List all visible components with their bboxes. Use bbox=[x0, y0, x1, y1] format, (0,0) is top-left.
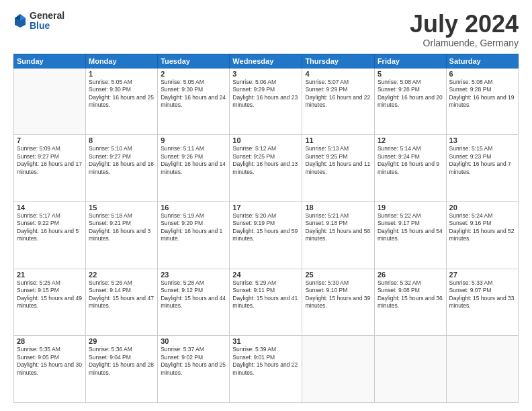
day-number: 7 bbox=[17, 136, 83, 144]
day-number: 29 bbox=[89, 337, 154, 345]
table-row: 18Sunrise: 5:21 AMSunset: 9:18 PMDayligh… bbox=[302, 201, 375, 269]
day-number: 15 bbox=[89, 203, 154, 212]
calendar-week-row: 14Sunrise: 5:17 AMSunset: 9:22 PMDayligh… bbox=[14, 201, 519, 269]
day-detail: Sunrise: 5:28 AMSunset: 9:12 PMDaylight:… bbox=[161, 279, 226, 310]
day-detail: Sunrise: 5:24 AMSunset: 9:16 PMDaylight:… bbox=[449, 212, 515, 243]
day-detail: Sunrise: 5:30 AMSunset: 9:10 PMDaylight:… bbox=[305, 279, 371, 310]
day-number: 3 bbox=[232, 70, 299, 78]
day-number: 31 bbox=[232, 337, 299, 345]
day-detail: Sunrise: 5:33 AMSunset: 9:07 PMDaylight:… bbox=[449, 279, 515, 310]
table-row: 21Sunrise: 5:25 AMSunset: 9:15 PMDayligh… bbox=[14, 269, 86, 336]
day-detail: Sunrise: 5:36 AMSunset: 9:04 PMDaylight:… bbox=[89, 346, 154, 377]
header-monday: Monday bbox=[86, 54, 158, 68]
table-row: 22Sunrise: 5:26 AMSunset: 9:14 PMDayligh… bbox=[86, 269, 158, 336]
day-detail: Sunrise: 5:06 AMSunset: 9:29 PMDaylight:… bbox=[232, 79, 299, 109]
day-number: 20 bbox=[449, 203, 515, 212]
header-saturday: Saturday bbox=[446, 54, 518, 68]
day-detail: Sunrise: 5:05 AMSunset: 9:30 PMDaylight:… bbox=[161, 79, 226, 109]
day-detail: Sunrise: 5:25 AMSunset: 9:15 PMDaylight:… bbox=[17, 279, 83, 310]
table-row: 9Sunrise: 5:11 AMSunset: 9:26 PMDaylight… bbox=[158, 135, 230, 202]
day-number: 13 bbox=[449, 136, 515, 144]
day-detail: Sunrise: 5:19 AMSunset: 9:20 PMDaylight:… bbox=[161, 212, 226, 243]
day-number: 27 bbox=[449, 271, 515, 279]
header-friday: Friday bbox=[374, 54, 446, 68]
day-detail: Sunrise: 5:18 AMSunset: 9:21 PMDaylight:… bbox=[89, 212, 154, 243]
table-row: 1Sunrise: 5:05 AMSunset: 9:30 PMDaylight… bbox=[86, 68, 158, 135]
calendar-table: Sunday Monday Tuesday Wednesday Thursday… bbox=[13, 54, 519, 403]
location-subtitle: Orlamuende, Germany bbox=[410, 38, 519, 48]
day-number: 16 bbox=[161, 203, 226, 212]
logo-blue: Blue bbox=[30, 21, 64, 31]
table-row: 23Sunrise: 5:28 AMSunset: 9:12 PMDayligh… bbox=[158, 269, 230, 336]
day-number: 22 bbox=[89, 271, 154, 279]
day-number: 10 bbox=[232, 136, 299, 144]
day-detail: Sunrise: 5:26 AMSunset: 9:14 PMDaylight:… bbox=[89, 279, 154, 310]
day-number: 14 bbox=[17, 203, 83, 212]
day-number: 1 bbox=[89, 70, 154, 78]
day-number: 25 bbox=[305, 271, 371, 279]
month-title: July 2024 bbox=[410, 11, 519, 38]
day-detail: Sunrise: 5:35 AMSunset: 9:05 PMDaylight:… bbox=[17, 346, 83, 377]
calendar-header-row: Sunday Monday Tuesday Wednesday Thursday… bbox=[14, 54, 519, 68]
day-number: 28 bbox=[17, 337, 83, 345]
day-detail: Sunrise: 5:32 AMSunset: 9:08 PMDaylight:… bbox=[378, 279, 443, 310]
table-row: 4Sunrise: 5:07 AMSunset: 9:29 PMDaylight… bbox=[302, 68, 375, 135]
day-detail: Sunrise: 5:37 AMSunset: 9:02 PMDaylight:… bbox=[161, 346, 226, 377]
table-row: 8Sunrise: 5:10 AMSunset: 9:27 PMDaylight… bbox=[86, 135, 158, 202]
table-row bbox=[374, 336, 446, 403]
table-row: 16Sunrise: 5:19 AMSunset: 9:20 PMDayligh… bbox=[158, 201, 230, 269]
day-number: 18 bbox=[305, 203, 371, 212]
day-detail: Sunrise: 5:39 AMSunset: 9:01 PMDaylight:… bbox=[232, 346, 299, 377]
header: General Blue July 2024 Orlamuende, Germa… bbox=[13, 11, 519, 48]
header-thursday: Thursday bbox=[302, 54, 375, 68]
day-number: 9 bbox=[161, 136, 226, 144]
table-row: 27Sunrise: 5:33 AMSunset: 9:07 PMDayligh… bbox=[446, 269, 518, 336]
day-detail: Sunrise: 5:29 AMSunset: 9:11 PMDaylight:… bbox=[232, 279, 299, 310]
day-detail: Sunrise: 5:09 AMSunset: 9:27 PMDaylight:… bbox=[17, 145, 83, 176]
calendar-week-row: 28Sunrise: 5:35 AMSunset: 9:05 PMDayligh… bbox=[14, 336, 519, 403]
table-row: 2Sunrise: 5:05 AMSunset: 9:30 PMDaylight… bbox=[158, 68, 230, 135]
day-detail: Sunrise: 5:12 AMSunset: 9:25 PMDaylight:… bbox=[232, 145, 299, 176]
table-row: 20Sunrise: 5:24 AMSunset: 9:16 PMDayligh… bbox=[446, 201, 518, 269]
table-row: 28Sunrise: 5:35 AMSunset: 9:05 PMDayligh… bbox=[14, 336, 86, 403]
day-detail: Sunrise: 5:10 AMSunset: 9:27 PMDaylight:… bbox=[89, 145, 154, 176]
table-row bbox=[302, 336, 375, 403]
day-number: 30 bbox=[161, 337, 226, 345]
day-number: 12 bbox=[378, 136, 443, 144]
day-number: 23 bbox=[161, 271, 226, 279]
day-detail: Sunrise: 5:05 AMSunset: 9:30 PMDaylight:… bbox=[89, 79, 154, 109]
day-number: 8 bbox=[89, 136, 154, 144]
day-detail: Sunrise: 5:07 AMSunset: 9:29 PMDaylight:… bbox=[305, 79, 371, 109]
day-number: 5 bbox=[378, 70, 443, 78]
day-detail: Sunrise: 5:22 AMSunset: 9:17 PMDaylight:… bbox=[378, 212, 443, 243]
table-row bbox=[14, 68, 86, 135]
calendar-week-row: 1Sunrise: 5:05 AMSunset: 9:30 PMDaylight… bbox=[14, 68, 519, 135]
logo-text: General Blue bbox=[30, 11, 64, 32]
table-row: 14Sunrise: 5:17 AMSunset: 9:22 PMDayligh… bbox=[14, 201, 86, 269]
table-row: 5Sunrise: 5:08 AMSunset: 9:28 PMDaylight… bbox=[374, 68, 446, 135]
day-number: 11 bbox=[305, 136, 371, 144]
day-number: 2 bbox=[161, 70, 226, 78]
day-detail: Sunrise: 5:08 AMSunset: 9:28 PMDaylight:… bbox=[378, 79, 443, 109]
day-number: 19 bbox=[378, 203, 443, 212]
day-detail: Sunrise: 5:13 AMSunset: 9:25 PMDaylight:… bbox=[305, 145, 371, 176]
table-row: 19Sunrise: 5:22 AMSunset: 9:17 PMDayligh… bbox=[374, 201, 446, 269]
day-number: 6 bbox=[449, 70, 515, 78]
page: General Blue July 2024 Orlamuende, Germa… bbox=[0, 0, 532, 411]
table-row: 31Sunrise: 5:39 AMSunset: 9:01 PMDayligh… bbox=[230, 336, 302, 403]
day-number: 17 bbox=[232, 203, 299, 212]
header-tuesday: Tuesday bbox=[158, 54, 230, 68]
table-row: 26Sunrise: 5:32 AMSunset: 9:08 PMDayligh… bbox=[374, 269, 446, 336]
day-detail: Sunrise: 5:15 AMSunset: 9:23 PMDaylight:… bbox=[449, 145, 515, 176]
day-number: 26 bbox=[378, 271, 443, 279]
table-row: 3Sunrise: 5:06 AMSunset: 9:29 PMDaylight… bbox=[230, 68, 302, 135]
logo-general: General bbox=[30, 11, 64, 21]
table-row: 6Sunrise: 5:08 AMSunset: 9:28 PMDaylight… bbox=[446, 68, 518, 135]
table-row: 30Sunrise: 5:37 AMSunset: 9:02 PMDayligh… bbox=[158, 336, 230, 403]
table-row: 25Sunrise: 5:30 AMSunset: 9:10 PMDayligh… bbox=[302, 269, 375, 336]
table-row: 7Sunrise: 5:09 AMSunset: 9:27 PMDaylight… bbox=[14, 135, 86, 202]
title-block: July 2024 Orlamuende, Germany bbox=[410, 11, 519, 48]
day-detail: Sunrise: 5:14 AMSunset: 9:24 PMDaylight:… bbox=[378, 145, 443, 176]
day-detail: Sunrise: 5:20 AMSunset: 9:19 PMDaylight:… bbox=[232, 212, 299, 243]
day-detail: Sunrise: 5:08 AMSunset: 9:28 PMDaylight:… bbox=[449, 79, 515, 109]
